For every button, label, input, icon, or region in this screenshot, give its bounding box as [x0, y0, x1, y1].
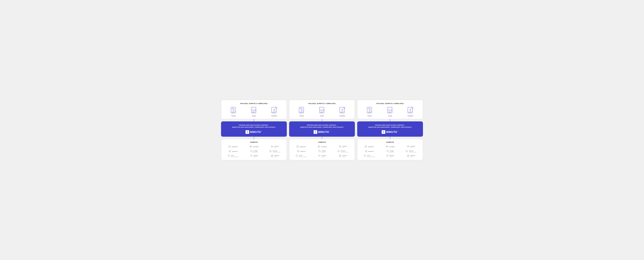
svg-line-121: [365, 152, 366, 152]
immuta-logo: I MMUTA™: [382, 130, 398, 134]
redshift-spectrum-icon: [337, 150, 340, 153]
snowflake-label: snowflake: [321, 146, 327, 148]
svg-text:T: T: [276, 107, 277, 108]
bigquery-icon: [318, 150, 321, 153]
script-icon: </>: [318, 107, 326, 114]
policy-label: Policies: [300, 115, 304, 116]
script-label: Scripts: [388, 115, 392, 116]
compute-item-athena: Amazon Athena: [333, 154, 353, 158]
top-item-template: T T Templates: [407, 107, 414, 116]
compute-item-starburst: Starburst: [223, 150, 243, 153]
svg-text:T: T: [412, 107, 413, 108]
redshift-spectrum-sublabel: Redshift Spectrum: [272, 152, 280, 153]
svg-point-35: [270, 150, 272, 151]
athena-label: Amazon: [342, 155, 347, 156]
amazon-emr-sublabel: EMR: [274, 147, 279, 148]
bottom-card: COMPUTE databricks snowflake: [221, 139, 287, 160]
svg-text:</>: </>: [388, 109, 392, 112]
template-label: Templates: [271, 115, 277, 116]
compute-grid: databricks snowflake Amazon EMR: [291, 145, 353, 158]
svg-point-65: [318, 146, 319, 147]
athena-sublabel: Athena: [342, 156, 347, 157]
middle-card: CENTRALIZED DATA ACCESS CONTROL ,SENSITI…: [289, 122, 355, 137]
starburst-icon: [228, 150, 232, 153]
top-card-icons: Policies </> Scripts T T Templates: [360, 107, 420, 116]
svg-line-118: [365, 150, 366, 151]
immuta-logo: I MMUTA™: [246, 130, 262, 134]
redshift-label: Amazon: [321, 155, 326, 156]
top-item-policy: Policies: [230, 107, 237, 116]
azure-synapse-icon: [296, 154, 298, 158]
top-card-title: POLICIES, SCRIPTS & TEMPLATES: [308, 103, 336, 104]
svg-line-78: [320, 152, 321, 152]
top-card-title: POLICIES, SCRIPTS & TEMPLATES: [376, 103, 404, 104]
compute-item-redshift: Amazon Redshift: [380, 154, 400, 158]
starburst-label: Starburst: [232, 151, 238, 152]
svg-point-23: [230, 151, 230, 152]
azure-synapse-icon: [228, 154, 230, 158]
compute-item-databricks: databricks: [223, 145, 243, 148]
svg-line-74: [298, 152, 299, 152]
svg-point-110: [386, 146, 387, 147]
compute-grid: databricks snowflake Amazon EMR: [359, 145, 421, 158]
compute-item-azure-synapse: Azure Synapse Analytics: [291, 154, 311, 158]
databricks-icon: [364, 145, 367, 148]
compute-item-amazon-emr: Amazon EMR: [265, 145, 285, 148]
middle-card: CENTRALIZED DATA ACCESS CONTROL ,SENSITI…: [357, 122, 423, 137]
redshift-label: Amazon: [390, 155, 394, 156]
azure-synapse-label: Azure: [231, 155, 239, 156]
svg-point-42: [272, 155, 273, 156]
snowflake-icon: [317, 145, 320, 148]
middle-card-title: CENTRALIZED DATA ACCESS CONTROL ,SENSITI…: [232, 124, 276, 128]
top-item-script: </> Scripts: [250, 107, 258, 116]
svg-text:T: T: [344, 107, 345, 108]
svg-point-113: [366, 151, 366, 152]
databricks-label: databricks: [368, 146, 374, 148]
svg-line-30: [230, 150, 231, 151]
script-icon: </>: [386, 107, 394, 114]
bottom-card-title: COMPUTE: [291, 142, 353, 143]
amazon-emr-icon: [339, 145, 342, 148]
immuta-text: MMUTA™: [386, 130, 398, 134]
top-item-script: </> Scripts: [386, 107, 394, 116]
compute-item-starburst: Starburst: [359, 150, 379, 153]
svg-point-22: [271, 146, 273, 146]
bottom-card: COMPUTE databricks snowflake: [289, 139, 355, 160]
compute-item-azure-synapse: Azure Synapse Analytics: [223, 154, 243, 158]
azure-synapse-sublabel: Synapse Analytics: [299, 156, 307, 157]
svg-point-129: [364, 156, 365, 156]
azure-synapse-sublabel: Synapse Analytics: [367, 156, 375, 157]
svg-line-73: [297, 150, 298, 151]
athena-icon: [270, 154, 274, 158]
connector-bottom: [322, 137, 322, 139]
azure-synapse-icon: [364, 154, 366, 158]
svg-line-33: [252, 152, 253, 152]
athena-label: Amazon: [274, 155, 279, 156]
policy-icon: [230, 107, 237, 114]
column-col1: POLICIES, SCRIPTS & TEMPLATES Policies <…: [221, 100, 287, 160]
redshift-label: Amazon: [253, 155, 258, 156]
svg-point-130: [386, 155, 388, 156]
compute-item-redshift-spectrum: Amazon Redshift Spectrum: [333, 150, 353, 153]
middle-card-title: CENTRALIZED DATA ACCESS CONTROL ,SENSITI…: [368, 124, 412, 128]
bigquery-sublabel: BigQuery: [322, 152, 326, 153]
svg-text:T: T: [273, 109, 275, 112]
script-label: Scripts: [320, 115, 324, 116]
connector-bottom: [390, 137, 390, 139]
top-card-icons: Policies </> Scripts T T Templates: [292, 107, 352, 116]
redshift-spectrum-label: Amazon: [272, 150, 280, 152]
svg-line-123: [388, 152, 389, 152]
template-icon: T T: [270, 107, 278, 114]
script-label: Scripts: [252, 115, 256, 116]
top-item-policy: Policies: [298, 107, 306, 116]
svg-point-68: [298, 151, 298, 152]
immuta-logo: I MMUTA™: [314, 130, 330, 134]
amazon-emr-label: Amazon: [410, 146, 415, 147]
svg-point-85: [318, 155, 320, 156]
svg-line-31: [229, 152, 230, 152]
svg-point-67: [339, 146, 341, 146]
databricks-label: databricks: [300, 146, 306, 148]
connector-top: [254, 119, 254, 122]
column-col3: POLICIES, SCRIPTS & TEMPLATES Policies <…: [357, 100, 423, 160]
redshift-icon: [250, 154, 253, 158]
